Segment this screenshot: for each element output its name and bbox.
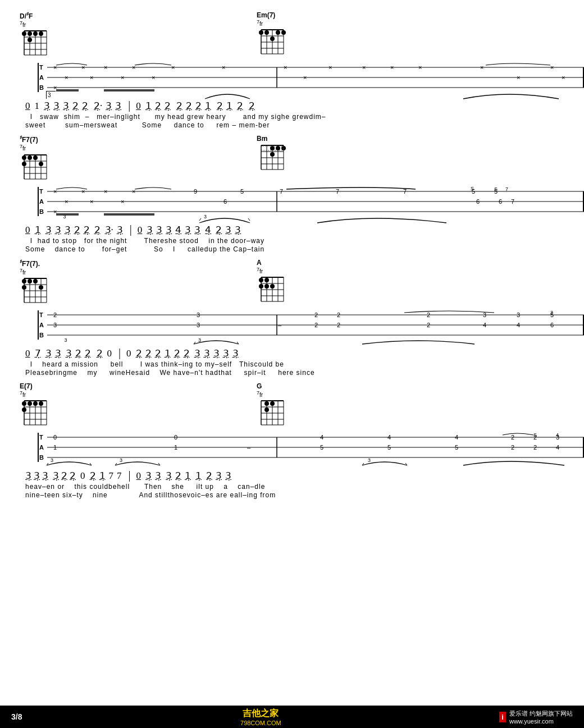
note-2-2g: 2̣	[237, 100, 243, 112]
n4-2a: 2̣	[61, 470, 67, 482]
tab-staff-1: T A B × × × × × × × × × ×	[22, 62, 584, 94]
svg-text:3: 3	[197, 322, 200, 328]
svg-point-75	[28, 155, 32, 160]
n3-2f: 2̣	[155, 347, 161, 359]
lyrics-1b: sweet sum–mersweat Some dance to rem – m…	[25, 121, 564, 129]
svg-text:A: A	[39, 322, 44, 328]
n4-1a: 1̣	[99, 470, 106, 482]
svg-text:5: 5	[320, 444, 323, 451]
svg-text:6: 6	[550, 322, 554, 328]
svg-text:2: 2	[511, 444, 514, 451]
n2-0b: 0	[138, 225, 143, 236]
n4-2b: 2̣	[70, 470, 76, 482]
bottom-bar: 3/8 吉他之家 798COM.COM i 爱乐谱 约魅网旗下网站 www.yu…	[0, 706, 584, 728]
svg-text:4: 4	[387, 434, 391, 441]
n2-4b: 4̣	[205, 224, 211, 236]
svg-text:×: ×	[562, 74, 565, 81]
svg-text:4: 4	[556, 444, 559, 451]
n2-4a: 4̣	[175, 224, 181, 236]
svg-text:×: ×	[362, 64, 366, 71]
notation-row-1: 0 1 3 3̣ 3̣ 3̣ 2̣ 2̣ 2̣· 3̣ 3̣ | 0 1̣ 2̣…	[25, 99, 564, 112]
chord-name-e7: E(7)	[20, 382, 49, 390]
note-1-1: 1	[35, 100, 40, 112]
svg-text:3: 3	[483, 312, 486, 318]
svg-text:2: 2	[427, 322, 430, 328]
chord-diagram-e7	[20, 398, 49, 427]
chord-diagram-df	[20, 28, 49, 57]
svg-text:4: 4	[517, 322, 520, 328]
notation-row-3: 3 0 7̣ 3̣ 3̣ 3 3̣ 2̣ 2̣ 2̣ 0	[25, 346, 564, 359]
n4-2d: 2̣	[175, 470, 181, 482]
svg-point-205	[39, 401, 43, 406]
svg-point-25	[259, 30, 263, 35]
tab-staff-3: T A B 2 3 3 3 – 2 2 2	[22, 309, 584, 342]
svg-text:×: ×	[480, 64, 483, 71]
svg-point-217	[264, 401, 269, 406]
n3-3d: 3̣	[204, 347, 210, 359]
svg-point-92	[270, 152, 275, 157]
chord-name-f7: ♯F7(7)	[20, 135, 49, 144]
logo-icon: i	[499, 712, 506, 722]
right-site-url: www.yuesir.com	[509, 718, 573, 725]
svg-point-76	[33, 155, 38, 160]
svg-text:6: 6	[476, 198, 480, 205]
chord-diagram-f7-2	[20, 152, 49, 181]
svg-point-89	[270, 146, 275, 150]
chord-name-f7-3: ♯F7(7).	[20, 259, 49, 268]
note-1-2c: 1̣	[226, 100, 232, 112]
note-2dot: 2̣·	[94, 100, 102, 112]
svg-text:A: A	[39, 444, 44, 451]
svg-text:2: 2	[314, 312, 318, 318]
svg-text:3: 3	[550, 310, 553, 315]
svg-text:×: ×	[303, 74, 307, 81]
chord-d-f: D/♯F 7fr	[20, 11, 49, 59]
svg-point-142	[22, 279, 26, 283]
svg-text:×: ×	[171, 64, 175, 71]
svg-point-11	[28, 31, 32, 36]
svg-text:5: 5	[387, 444, 391, 451]
n2-2c: 2̣	[94, 224, 101, 236]
n4-2e: 2̣	[206, 470, 212, 482]
svg-point-26	[264, 30, 269, 35]
svg-point-143	[28, 279, 32, 283]
bottom-right: i 爱乐谱 约魅网旗下网站 www.yuesir.com	[499, 709, 573, 725]
n2-3g: 3̣	[185, 224, 191, 236]
n4-3f: 3̣	[155, 470, 161, 482]
notation-row-4: 3 3 3 3̣ 3̣	[25, 469, 564, 482]
n3-2d: 2̣	[136, 347, 142, 359]
n4-7a: 7	[109, 470, 114, 482]
svg-text:A: A	[39, 74, 44, 81]
note-2-2h: 2̣	[249, 100, 255, 112]
lyrics-4b: nine–teen six–ty nine And stillthosevoic…	[25, 491, 564, 499]
chord-g: G 7fr	[257, 382, 286, 429]
svg-text:1: 1	[174, 444, 177, 451]
svg-point-204	[33, 401, 38, 406]
svg-text:2: 2	[511, 434, 514, 441]
note-3d: 3̣	[115, 100, 121, 112]
svg-point-12	[33, 31, 38, 36]
svg-point-218	[270, 401, 275, 406]
lyrics-3a: I heard a mission bell I was think–ing t…	[25, 360, 564, 368]
chord-name-bm: Bm	[257, 135, 286, 143]
note-2a: 2̣	[72, 100, 79, 112]
svg-point-159	[259, 284, 263, 289]
note-2-2b: 2̣	[165, 100, 171, 112]
svg-text:9: 9	[194, 188, 197, 195]
n4-1c: 1̣	[195, 470, 202, 482]
chord-e7: E(7) 7fr	[20, 382, 49, 429]
n2-3e: 3̣	[156, 224, 162, 236]
n4-7b: 7	[117, 470, 122, 482]
n4-0b: 0	[136, 470, 142, 482]
bottom-center: 吉他之家 798COM.COM	[240, 708, 281, 726]
svg-line-131	[248, 218, 250, 221]
svg-line-190	[194, 342, 195, 344]
svg-text:4: 4	[320, 434, 323, 441]
page-container: D/♯F 7fr	[0, 0, 584, 728]
lyrics-2a: I had to stop for the night Thereshe sto…	[25, 237, 564, 245]
svg-text:2: 2	[337, 322, 340, 328]
right-site-text: 爱乐谱 约魅网旗下网站	[509, 709, 573, 718]
svg-text:7: 7	[505, 186, 508, 192]
n2-3a: 3̣	[45, 224, 52, 236]
svg-text:×: ×	[104, 64, 107, 71]
chord-f7-2: ♯F7(7) 7fr	[20, 135, 49, 183]
